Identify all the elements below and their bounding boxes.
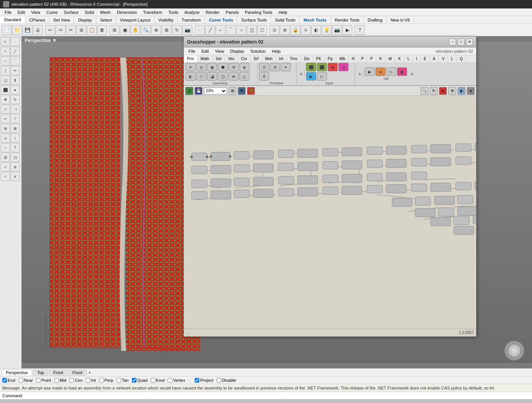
gh-tab-srf[interactable]: Srf [251, 55, 262, 62]
tab-set-view[interactable]: Set View [49, 16, 74, 24]
checkbox-vertex[interactable] [168, 378, 172, 383]
gh-menu-solution[interactable]: Solution [247, 48, 269, 54]
gh-tab-vec[interactable]: Vec [225, 55, 238, 62]
command-input[interactable] [25, 393, 530, 398]
gh-settings-btn[interactable]: ⚙ [448, 87, 456, 95]
menu-view[interactable]: View [28, 9, 44, 15]
tb-zoom[interactable]: 🔍 [141, 25, 151, 35]
gh-canvas-btn[interactable]: ◫ [185, 87, 193, 95]
tb-open[interactable]: 📁 [12, 25, 22, 35]
gh-add-input[interactable]: + [357, 71, 363, 77]
tool-dimension[interactable]: ↔ [1, 143, 10, 152]
tb-lights[interactable]: 💡 [322, 25, 332, 35]
tb-rotate[interactable]: ↻ [172, 25, 182, 35]
gh-tab-int[interactable]: Int [276, 55, 287, 62]
tool-trim[interactable]: ✂ [1, 114, 10, 123]
tb-mesh[interactable]: ⬡ [257, 25, 267, 35]
gh-tab-a[interactable]: A [430, 55, 439, 62]
tab-standard[interactable]: Standard [0, 16, 25, 24]
gh-icon-util2[interactable]: ● [375, 67, 386, 76]
tb-surface[interactable]: ◫ [247, 25, 257, 35]
tab-mesh-tools[interactable]: Mesh Tools [300, 16, 331, 24]
gh-icon-geo9[interactable]: ◪ [207, 72, 217, 81]
tool-curve[interactable]: ∫ [1, 66, 10, 75]
tab-render-tools[interactable]: Render Tools [331, 16, 364, 24]
checkbox-mid[interactable] [54, 378, 59, 383]
gh-grasshopper-btn[interactable]: 🌿 [247, 87, 255, 95]
gh-error-btn[interactable]: ● [439, 87, 447, 95]
checkbox-disable[interactable] [217, 378, 221, 383]
gh-refresh-btn[interactable]: ↻ [430, 87, 438, 95]
tool-rotate[interactable]: ↻ [10, 95, 20, 104]
tb-zoom-all[interactable]: ⊕ [151, 25, 161, 35]
tb-layer[interactable]: ≡ [301, 25, 311, 35]
tab-transform[interactable]: Transform [178, 16, 205, 24]
gh-tab-k[interactable]: K [376, 55, 386, 62]
gh-tab-i[interactable]: I [413, 55, 421, 62]
tool-line[interactable]: ╱ [10, 47, 20, 56]
tool-select-arrow[interactable]: ↖ [1, 37, 10, 46]
tb-copy[interactable]: ⧉ [76, 25, 86, 35]
tool-array[interactable]: ⊞ [1, 153, 10, 162]
checkbox-tan[interactable] [116, 378, 121, 383]
menu-mesh[interactable]: Mesh [97, 9, 114, 15]
tb-delete[interactable]: 🗑 [97, 25, 107, 35]
gh-tab-v[interactable]: V [439, 55, 448, 62]
tb-cut[interactable]: ✂ [66, 25, 76, 35]
tb-render-btn[interactable]: ▶ [342, 25, 352, 35]
gh-search-btn[interactable]: 🔍 [421, 87, 428, 95]
checkbox-cen[interactable] [69, 378, 74, 383]
gh-icon-input6[interactable]: ▷ [317, 72, 327, 81]
perspective-chevron[interactable]: ▼ [52, 38, 57, 43]
gh-icon-input3[interactable]: ◈ [328, 63, 338, 71]
tb-paste[interactable]: 📋 [87, 25, 97, 35]
tab-curve-tools[interactable]: Curve Tools [205, 16, 237, 24]
gh-tab-h[interactable]: H [348, 55, 358, 62]
tool-extrude[interactable]: ⬆ [10, 76, 20, 85]
gh-tab-trns[interactable]: Trns [287, 55, 301, 62]
tab-drafting[interactable]: Drafting [364, 16, 387, 24]
gh-tab-crv[interactable]: Crv [238, 55, 251, 62]
tab-new-in-v6[interactable]: New in V6 [387, 16, 414, 24]
tool-surface-from-edges[interactable]: ◱ [1, 76, 10, 85]
menu-solid[interactable]: Solid [82, 9, 97, 15]
gh-icon-geo8[interactable]: ⬡ [196, 72, 206, 81]
gh-icon-prim2[interactable]: ⑩ [270, 63, 280, 71]
gh-tab-e[interactable]: E [421, 55, 430, 62]
checkbox-perp[interactable] [99, 378, 104, 383]
menu-surface[interactable]: Surface [61, 9, 82, 15]
tool-sphere[interactable]: ● [10, 85, 20, 94]
tb-lock[interactable]: 🔒 [290, 25, 300, 35]
gh-menu-file[interactable]: File [185, 48, 199, 54]
checkbox-project[interactable] [195, 378, 199, 383]
tb-undo[interactable]: ↩ [45, 25, 55, 35]
tool-boolean-diff[interactable]: ∖ [10, 133, 20, 143]
gh-menu-help[interactable]: Help [269, 48, 284, 54]
tab-display[interactable]: Display [74, 16, 96, 24]
gh-icon-input4[interactable]: ◎ [338, 63, 348, 71]
tb-curve[interactable]: ⌒ [226, 25, 236, 35]
gh-icon-geo12[interactable]: ◬ [239, 72, 249, 81]
tb-snap[interactable]: ⊙ [269, 25, 279, 35]
navigation-widget[interactable] [504, 341, 524, 361]
gh-zoom-fit[interactable]: ⊞ [229, 87, 236, 95]
gh-sphere-btn[interactable]: ● [467, 87, 475, 95]
tool-split[interactable]: ⊤ [10, 114, 20, 123]
tool-text[interactable]: T [10, 143, 20, 152]
menu-curve[interactable]: Curve [43, 9, 61, 15]
tool-join[interactable]: ⊞ [1, 124, 10, 133]
tb-camera[interactable]: 📷 [332, 25, 342, 35]
menu-file[interactable]: File [2, 9, 15, 15]
vp-tab-perspective[interactable]: Perspective [2, 369, 32, 375]
tb-osnap[interactable]: ⊛ [280, 25, 290, 35]
gh-icon-geo4[interactable]: ⬟ [218, 63, 228, 71]
gh-icon-geo7[interactable]: ◐ [185, 72, 195, 81]
gh-canvas[interactable] [184, 96, 476, 329]
gh-icon-input2[interactable]: ⬛ [317, 63, 327, 71]
gh-icon-input1[interactable]: ⬛ [306, 63, 316, 71]
gh-icon-geo10[interactable]: ◫ [218, 72, 228, 81]
menu-edit[interactable]: Edit [15, 9, 28, 15]
gh-icon-prim1[interactable]: ① [259, 63, 269, 71]
gh-icon-prim4[interactable]: A [259, 72, 269, 81]
tb-named-view[interactable]: 📷 [182, 25, 192, 35]
